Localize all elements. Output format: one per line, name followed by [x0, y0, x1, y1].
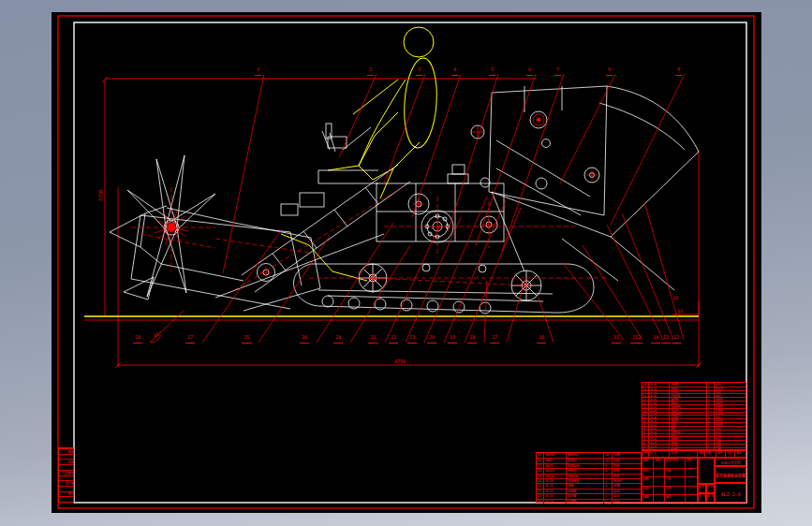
table-cell: ZS-01 [649, 383, 670, 387]
table-row: 2ZS-18支重轮845钢 [642, 444, 746, 447]
callout-3: 3 [416, 66, 422, 76]
table-cell: 2 [604, 475, 613, 478]
label-11: 11 [677, 308, 683, 315]
table-cell: 5 [642, 434, 649, 437]
margin-strip: 描图描校底图总号装订处日期 [58, 447, 74, 503]
table-cell: 支承架 [567, 500, 604, 504]
callout-17: 17 [490, 334, 499, 343]
table-row: 12ZS-08发动机1外购件 [642, 408, 746, 412]
table-row: 4ZS-16履带架2Q235 [642, 436, 746, 440]
table-cell: 外购件 [715, 409, 746, 412]
table-row: 22ZS-22挡草板1Q235 [537, 489, 641, 493]
title-block-signature-grid: 标记处数更改文件号签字设计校核审核工艺批准日期描图描校 [642, 458, 698, 503]
table-cell: 切割器 [670, 391, 707, 394]
callout-152: 152 [630, 334, 642, 343]
callout-2: 2 [367, 66, 374, 76]
title-block-drawing-code: 4LZ-2.0 [715, 483, 746, 503]
table-row: 29GB5782螺栓M102435钢 [537, 453, 641, 458]
callout-8: 8 [606, 66, 613, 76]
table-cell: 组合件 [715, 405, 746, 408]
callout-23: 23 [407, 334, 417, 343]
table-cell: 轴承6205 [567, 464, 604, 468]
table-cell: 65Mn [715, 391, 746, 394]
table-cell: ZS-20 [544, 479, 567, 483]
table-row: 6ZS-14卸粮搅龙1Q235 [642, 430, 746, 433]
table-cell: 20 [537, 500, 544, 504]
table-cell: 工艺 [665, 477, 686, 486]
table-cell: 2 [707, 441, 715, 444]
table-cell: GB1171 [544, 469, 567, 473]
table-row: 批准日期 [642, 486, 697, 495]
dim-height: 2250 [97, 190, 105, 201]
table-cell: 链条08B [567, 475, 604, 478]
title-block-sheet-no: 第 张 [706, 493, 715, 503]
table-cell: ZS-17 [649, 441, 670, 444]
table-cell: 粮箱 [670, 427, 707, 430]
table-cell: Q235 [715, 383, 746, 387]
table-cell: 6 [604, 464, 613, 468]
table-cell: 3 [642, 441, 649, 444]
table-cell: 8 [642, 423, 649, 426]
callout-16: 16 [537, 334, 546, 343]
table-cell: 12 [642, 409, 649, 412]
callout-20: 20 [427, 334, 436, 343]
table-row: 18ZS-02拨禾轮1组合件 [642, 387, 746, 390]
table-cell: Q235 [715, 416, 746, 418]
table-cell: 45钢 [613, 484, 641, 488]
table-cell: GB1243 [544, 475, 567, 478]
table-row: 23ZS-21销轴645钢 [537, 483, 641, 488]
table-row: 14ZS-06驾驶台1组合件 [642, 401, 746, 404]
callout-18: 18 [467, 334, 477, 343]
table-cell: 输送槽 [670, 398, 707, 401]
table-cell: 驾驶台 [670, 402, 707, 404]
title-block-drawing-title: 联合收割机总装图 [715, 466, 746, 483]
callout-26: 26 [300, 334, 309, 343]
table-cell: 1 [707, 416, 715, 418]
table-cell: 6 [604, 484, 613, 488]
table-cell: 割台搅龙 [670, 394, 707, 397]
callout-7: 7 [554, 66, 561, 76]
callout-14: 14 [651, 334, 660, 343]
table-row: 3ZS-17驱动轮245钢 [642, 440, 746, 444]
table-cell [654, 477, 665, 486]
table-row: 25GB1243链条08B2外购 [537, 474, 641, 478]
table-cell: ZS-05 [649, 398, 670, 401]
table-row: 设计校核 [642, 468, 697, 477]
callout-17: 17 [185, 334, 195, 343]
table-cell: 35钢 [613, 453, 641, 458]
table-cell [686, 477, 697, 486]
table-cell: 26 [537, 469, 544, 473]
callout-21: 21 [368, 334, 377, 343]
table-cell: 垫圈10 [567, 459, 604, 462]
table-cell: ZS-03 [649, 391, 670, 394]
table-cell: ZS-24 [544, 500, 567, 504]
table-cell: 28 [537, 459, 544, 462]
table-cell: 4 [604, 469, 613, 473]
table-cell: ZS-18 [649, 445, 670, 447]
table-cell: 审核 [642, 477, 654, 486]
table-cell: ZS-07 [649, 405, 670, 408]
callout-25: 25 [242, 334, 251, 343]
table-cell: 外购 [613, 469, 641, 473]
table-cell: 1 [707, 398, 715, 401]
crawler-track [294, 264, 594, 314]
table-cell: 1 [707, 391, 715, 394]
bom-table-right: 19ZS-01分禾器2Q23518ZS-02拨禾轮1组合件17ZS-03切割器1… [642, 382, 746, 450]
table-cell: 外购 [613, 464, 641, 468]
table-cell: 挡草板 [567, 489, 604, 493]
table-cell: 螺栓M10 [567, 453, 604, 458]
table-cell: 24 [604, 453, 613, 458]
table-cell: 2 [642, 445, 649, 447]
table-cell: 拨禾轮 [670, 387, 707, 390]
table-cell: ZS-11 [649, 419, 670, 422]
table-cell [686, 495, 697, 503]
table-cell [654, 487, 665, 495]
table-cell: Q235 [715, 431, 746, 433]
table-row: 13ZS-07操纵机构1组合件 [642, 404, 746, 408]
table-cell: 组合件 [715, 419, 746, 422]
table-cell [654, 469, 665, 477]
table-cell: 19 [642, 383, 649, 387]
table-cell: ZS-06 [649, 402, 670, 404]
table-cell: 2 [604, 500, 613, 504]
table-cell [654, 495, 665, 503]
